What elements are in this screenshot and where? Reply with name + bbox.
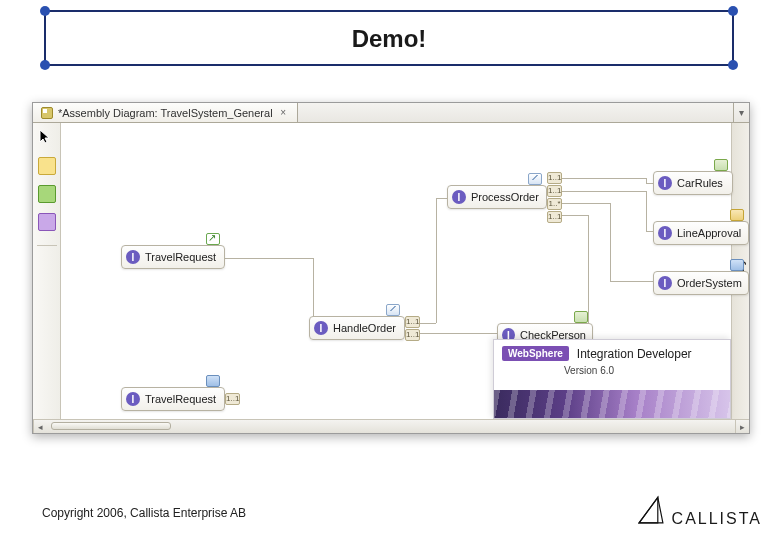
wire[interactable]	[646, 191, 647, 231]
interface-badge-icon: I	[126, 392, 140, 406]
node-label: LineApproval	[677, 227, 741, 239]
resize-handle-icon[interactable]	[728, 60, 738, 70]
slide-title-frame[interactable]: Demo!	[44, 10, 734, 66]
assembly-canvas[interactable]: I TravelRequest I TravelRequest 1..1 I H…	[61, 123, 731, 419]
node-car-rules[interactable]: I CarRules	[653, 171, 733, 195]
interface-badge-icon: I	[314, 321, 328, 335]
assembly-editor-window: *Assembly Diagram: TravelSystem_General …	[32, 102, 750, 434]
scroll-left-icon[interactable]: ◂	[33, 420, 47, 433]
close-icon[interactable]: ×	[278, 107, 289, 118]
wire[interactable]	[211, 258, 313, 259]
component-icon	[386, 304, 400, 316]
component-tool-icon[interactable]	[38, 157, 56, 175]
interface-badge-icon: I	[658, 276, 672, 290]
import-icon	[730, 259, 744, 271]
reference-port[interactable]: 1..1	[225, 393, 240, 405]
wire[interactable]	[548, 178, 646, 179]
wire[interactable]	[588, 215, 589, 333]
reference-port[interactable]: 1..1	[547, 211, 562, 223]
interface-badge-icon: I	[658, 176, 672, 190]
interface-badge-icon: I	[452, 190, 466, 204]
canvas-area: Tray I	[33, 123, 749, 419]
tab-overflow-chevron-icon[interactable]: ▾	[733, 103, 749, 122]
node-label: OrderSystem	[677, 277, 742, 289]
product-version: Version 6.0	[494, 365, 730, 376]
callista-logo-icon	[634, 494, 668, 528]
reference-port[interactable]: 1..1	[547, 185, 562, 197]
wire[interactable]	[610, 203, 611, 281]
scroll-right-icon[interactable]: ▸	[735, 420, 749, 433]
scrollbar-thumb[interactable]	[51, 422, 171, 430]
scrollbar-track[interactable]	[47, 420, 735, 433]
editor-tab-bar: *Assembly Diagram: TravelSystem_General …	[33, 103, 749, 123]
tool-palette	[33, 123, 61, 419]
node-label: HandleOrder	[333, 322, 396, 334]
assembly-diagram-icon	[41, 107, 53, 119]
palette-divider	[37, 245, 57, 246]
node-line-approval[interactable]: I LineApproval	[653, 221, 749, 245]
callista-logo-text: CALLISTA	[672, 510, 762, 528]
resize-handle-icon[interactable]	[40, 60, 50, 70]
interface-badge-icon: I	[658, 226, 672, 240]
wire[interactable]	[548, 191, 646, 192]
reference-port[interactable]: 1..*	[547, 198, 562, 210]
export-tool-icon[interactable]	[38, 213, 56, 231]
resize-handle-icon[interactable]	[40, 6, 50, 16]
reference-port[interactable]: 1..1	[547, 172, 562, 184]
node-handle-order[interactable]: I HandleOrder 1..1 1..1	[309, 316, 405, 340]
export-icon	[206, 233, 220, 245]
component-icon	[574, 311, 588, 323]
interface-badge-icon: I	[126, 250, 140, 264]
horizontal-scrollbar[interactable]: ◂ ▸	[33, 419, 749, 433]
import-icon	[206, 375, 220, 387]
human-task-icon	[730, 209, 744, 221]
node-travel-request-import[interactable]: I TravelRequest 1..1	[121, 387, 225, 411]
node-order-system[interactable]: I OrderSystem	[653, 271, 749, 295]
node-travel-request-export[interactable]: I TravelRequest	[121, 245, 225, 269]
node-label: ProcessOrder	[471, 191, 539, 203]
node-process-order[interactable]: I ProcessOrder 1..1 1..1 1..* 1..1	[447, 185, 547, 209]
node-label: CarRules	[677, 177, 723, 189]
node-label: TravelRequest	[145, 393, 216, 405]
node-label: TravelRequest	[145, 251, 216, 263]
websphere-badge: WebSphere	[502, 346, 569, 361]
product-art-icon	[494, 390, 730, 418]
wire[interactable]	[436, 198, 437, 323]
reference-port[interactable]: 1..1	[405, 329, 420, 341]
reference-port[interactable]: 1..1	[405, 316, 420, 328]
product-title: Integration Developer	[577, 347, 692, 361]
component-icon	[528, 173, 542, 185]
tab-label: *Assembly Diagram: TravelSystem_General	[58, 107, 273, 119]
selection-tool-icon[interactable]	[38, 129, 56, 147]
callista-logo: CALLISTA	[634, 494, 762, 528]
import-tool-icon[interactable]	[38, 185, 56, 203]
tab-assembly-diagram[interactable]: *Assembly Diagram: TravelSystem_General …	[33, 103, 298, 122]
resize-handle-icon[interactable]	[728, 6, 738, 16]
copyright-footer: Copyright 2006, Callista Enterprise AB	[42, 506, 246, 520]
product-splash-card: WebSphere Integration Developer Version …	[493, 339, 731, 419]
slide-title: Demo!	[46, 12, 732, 66]
rules-icon	[714, 159, 728, 171]
